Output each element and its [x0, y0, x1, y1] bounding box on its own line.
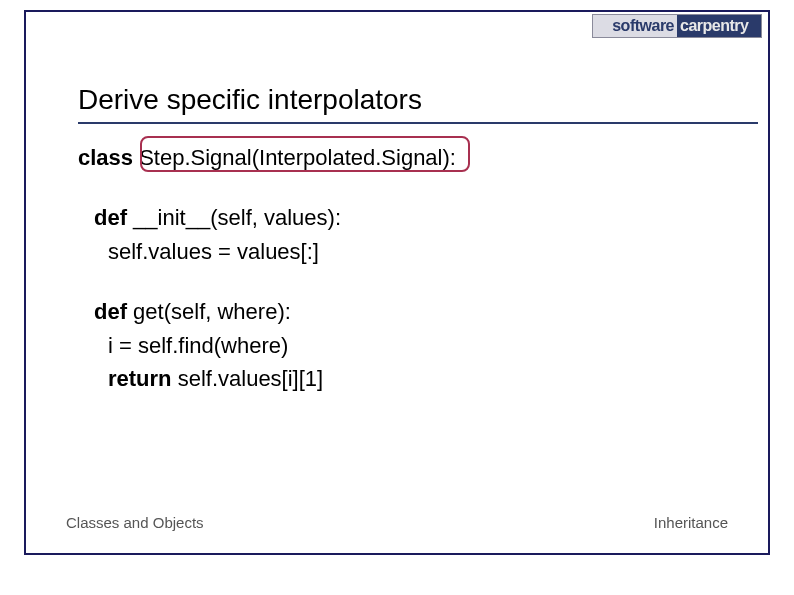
- footer-right: Inheritance: [654, 514, 728, 531]
- keyword-def: def: [94, 299, 127, 324]
- keyword-return: return: [108, 366, 172, 391]
- logo-right: carpentry: [677, 15, 761, 37]
- logo-left: software: [593, 15, 677, 37]
- init-body: self.values = values[:]: [108, 236, 716, 268]
- code-block: class Step.Signal(Interpolated.Signal): …: [78, 142, 716, 395]
- logo-left-text: software: [612, 17, 674, 35]
- get-signature: get(self, where):: [127, 299, 291, 324]
- init-signature: __init__(self, values):: [127, 205, 341, 230]
- class-signature: Step.Signal(Interpolated.Signal):: [133, 145, 456, 170]
- slide-content: Derive specific interpolators class Step…: [78, 84, 716, 423]
- get-body-1: i = self.find(where): [108, 330, 716, 362]
- get-body-2: self.values[i][1]: [172, 366, 324, 391]
- init-method: def __init__(self, values): self.values …: [94, 202, 716, 268]
- title-underline: [78, 122, 758, 124]
- slide-frame: Derive specific interpolators class Step…: [24, 10, 770, 555]
- keyword-def: def: [94, 205, 127, 230]
- footer-left: Classes and Objects: [66, 514, 204, 531]
- keyword-class: class: [78, 145, 133, 170]
- class-declaration: class Step.Signal(Interpolated.Signal):: [78, 142, 456, 174]
- get-method: def get(self, where): i = self.find(wher…: [94, 296, 716, 396]
- slide-title: Derive specific interpolators: [78, 84, 716, 116]
- logo-right-text: carpentry: [680, 17, 748, 35]
- software-carpentry-logo: software carpentry: [592, 14, 762, 38]
